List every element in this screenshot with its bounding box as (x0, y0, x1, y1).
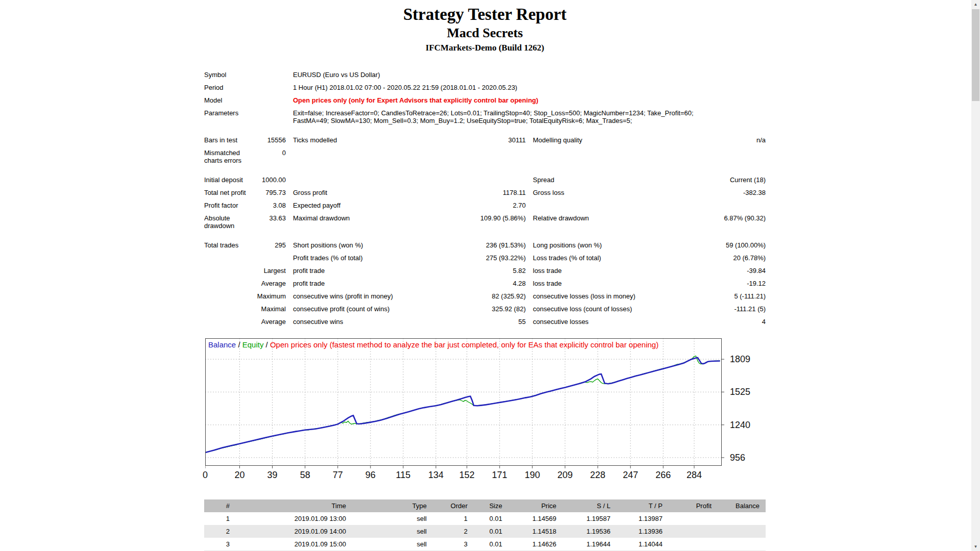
summary-cell (204, 277, 255, 290)
x-axis-label: 171 (492, 470, 507, 481)
trade-cell: 1.19644 (562, 538, 617, 550)
trade-cell: 1 (433, 512, 474, 525)
summary-cell: 1178.11 (444, 186, 526, 199)
summary-cell: Spread (526, 173, 679, 186)
trade-cell: 2019.01.09 13:00 (236, 512, 352, 525)
summary-cell: Loss trades (% of total) (526, 252, 679, 264)
summary-cell: -382.38 (679, 186, 766, 199)
summary-cell: Average (255, 277, 286, 290)
equity-line (205, 356, 720, 453)
summary-cell: Expected payoff (286, 199, 444, 212)
y-axis-label: 1525 (730, 387, 750, 397)
x-axis-label: 209 (557, 470, 573, 481)
summary-cell: Ticks modelled (286, 134, 444, 146)
summary-cell (204, 303, 255, 315)
summary-cell (204, 290, 255, 303)
summary-cell: Absolute drawdown (204, 212, 255, 232)
trades-header-cell: Balance (718, 499, 766, 512)
x-axis-label: 0 (203, 470, 208, 481)
legend-item: Equity (242, 340, 264, 349)
summary-cell: 59 (100.00%) (679, 239, 766, 252)
summary-cell: Symbol (204, 68, 255, 81)
trade-cell: 1 (204, 512, 236, 525)
strategy-name: Macd Secrets (204, 24, 766, 42)
scroll-up-icon[interactable]: ▲ (971, 0, 980, 9)
trade-cell: 2019.01.09 14:00 (236, 525, 352, 538)
summary-cell: loss trade (526, 264, 679, 277)
trade-cell: 2 (433, 525, 474, 538)
summary-cell: 82 (325.92) (444, 290, 526, 303)
trade-cell: 1.19587 (562, 512, 617, 525)
vertical-scrollbar[interactable]: ▲ ▼ (971, 0, 980, 551)
trade-cell (718, 512, 766, 525)
scroll-down-icon[interactable]: ▼ (971, 542, 980, 551)
summary-cell: Gross profit (286, 186, 444, 199)
summary-cell: 4.28 (444, 277, 526, 290)
summary-cell: 0 (255, 146, 286, 167)
x-axis-label: 247 (623, 470, 638, 481)
trades-header-cell: S / L (562, 499, 617, 512)
trade-cell: sell (352, 538, 433, 550)
trade-cell: 2019.01.09 15:00 (236, 538, 352, 550)
x-axis-label: 96 (365, 470, 376, 481)
summary-cell: -111.21 (5) (679, 303, 766, 315)
trade-cell: 1.14569 (508, 512, 562, 525)
summary-cell: Maximum (255, 290, 286, 303)
x-axis-label: 39 (267, 470, 278, 481)
summary-cell: 6.87% (90.32) (679, 212, 766, 232)
summary-cell: Short positions (won %) (286, 239, 444, 252)
trades-header-row: #TimeTypeOrderSizePriceS / LT / PProfitB… (204, 499, 766, 512)
trade-cell (669, 512, 718, 525)
table-row: 22019.01.09 14:00sell20.011.145181.19536… (204, 525, 766, 538)
summary-cell: Maximal (255, 303, 286, 315)
trades-header-cell: Profit (669, 499, 718, 512)
summary-cell: Maximal drawdown (286, 212, 444, 232)
summary-cell: Period (204, 81, 255, 94)
chart-border (206, 339, 722, 466)
trade-cell: 3 (204, 538, 236, 550)
summary-cell: 5 (-111.21) (679, 290, 766, 303)
trade-cell: 1.14518 (508, 525, 562, 538)
summary-cell: 30111 (444, 134, 526, 146)
summary-cell (204, 315, 255, 328)
trade-cell: 2 (204, 525, 236, 538)
legend-separator: / (263, 340, 270, 349)
summary-cell (444, 173, 526, 186)
balance-line (205, 358, 720, 453)
summary-cell (204, 264, 255, 277)
summary-cell: 4 (679, 315, 766, 328)
x-axis-label: 190 (525, 470, 540, 481)
summary-cell: 795.73 (255, 186, 286, 199)
summary-cell: consecutive losses (526, 315, 679, 328)
x-axis-label: 20 (234, 470, 244, 481)
table-row: 12019.01.09 13:00sell10.011.145691.19587… (204, 512, 766, 525)
x-axis-label: 115 (396, 470, 411, 481)
x-axis-label: 228 (590, 470, 605, 481)
summary-cell: 236 (91.53%) (444, 239, 526, 252)
summary-cell: Long positions (won %) (526, 239, 679, 252)
table-row: 32019.01.09 15:00sell30.011.146261.19644… (204, 538, 766, 550)
trade-cell (669, 525, 718, 538)
trade-cell: 3 (433, 538, 474, 550)
trade-cell: 0.01 (474, 538, 508, 550)
summary-cell: 20 (6.78%) (679, 252, 766, 264)
summary-cell: 1000.00 (255, 173, 286, 186)
summary-cell: Average (255, 315, 286, 328)
summary-table: SymbolEURUSD (Euro vs US Dollar)Period1 … (204, 68, 766, 328)
summary-cell (255, 94, 286, 107)
legend-separator: / (236, 340, 242, 349)
x-axis-label: 266 (655, 470, 671, 481)
legend-item: Open prices only (fastest method to anal… (270, 340, 658, 349)
y-axis-label: 1809 (730, 354, 750, 364)
summary-cell (255, 81, 286, 94)
summary-cell: n/a (679, 134, 766, 146)
summary-cell: -19.12 (679, 277, 766, 290)
summary-cell: Initial deposit (204, 173, 255, 186)
trade-cell: sell (352, 525, 433, 538)
trade-cell (669, 538, 718, 550)
trades-header-cell: Size (474, 499, 508, 512)
summary-cell (255, 68, 286, 81)
x-axis-label: 152 (459, 470, 475, 481)
summary-cell: Gross loss (526, 186, 679, 199)
scrollbar-thumb[interactable] (972, 9, 979, 101)
